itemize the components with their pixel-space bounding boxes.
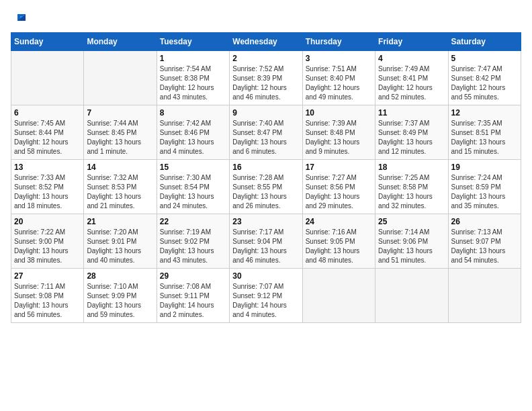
day-info: Sunrise: 7:49 AM Sunset: 8:41 PM Dayligh… (378, 64, 445, 102)
day-info: Sunrise: 7:52 AM Sunset: 8:39 PM Dayligh… (232, 64, 299, 102)
calendar-cell: 12Sunrise: 7:35 AM Sunset: 8:51 PM Dayli… (448, 105, 521, 160)
day-number: 2 (232, 54, 299, 63)
logo-icon (11, 11, 27, 27)
day-info: Sunrise: 7:17 AM Sunset: 9:04 PM Dayligh… (232, 228, 299, 265)
day-number: 30 (232, 271, 299, 281)
calendar-cell: 30Sunrise: 7:07 AM Sunset: 9:12 PM Dayli… (230, 269, 302, 323)
day-info: Sunrise: 7:11 AM Sunset: 9:08 PM Dayligh… (14, 282, 81, 320)
day-info: Sunrise: 7:39 AM Sunset: 8:48 PM Dayligh… (306, 119, 372, 156)
day-number: 14 (87, 163, 153, 172)
calendar-table: SundayMondayTuesdayWednesdayThursdayFrid… (11, 32, 521, 323)
calendar-cell: 26Sunrise: 7:13 AM Sunset: 9:07 PM Dayli… (448, 214, 521, 269)
day-info: Sunrise: 7:27 AM Sunset: 8:56 PM Dayligh… (306, 173, 372, 211)
calendar-cell: 24Sunrise: 7:16 AM Sunset: 9:05 PM Dayli… (302, 214, 375, 269)
weekday-header-thursday: Thursday (302, 33, 375, 51)
calendar-cell: 4Sunrise: 7:49 AM Sunset: 8:41 PM Daylig… (375, 51, 448, 105)
calendar-cell: 17Sunrise: 7:27 AM Sunset: 8:56 PM Dayli… (302, 160, 375, 214)
calendar-cell: 22Sunrise: 7:19 AM Sunset: 9:02 PM Dayli… (157, 214, 229, 269)
calendar-cell: 20Sunrise: 7:22 AM Sunset: 9:00 PM Dayli… (11, 214, 84, 269)
calendar-cell (375, 269, 448, 323)
day-info: Sunrise: 7:42 AM Sunset: 8:46 PM Dayligh… (160, 119, 226, 156)
day-number: 20 (14, 217, 81, 226)
day-number: 23 (232, 217, 299, 226)
weekday-header-wednesday: Wednesday (230, 33, 302, 51)
calendar-cell: 3Sunrise: 7:51 AM Sunset: 8:40 PM Daylig… (302, 51, 375, 105)
day-number: 19 (451, 163, 518, 172)
weekday-header-monday: Monday (84, 33, 157, 51)
calendar-cell: 19Sunrise: 7:24 AM Sunset: 8:59 PM Dayli… (448, 160, 521, 214)
weekday-header-tuesday: Tuesday (157, 33, 229, 51)
day-info: Sunrise: 7:35 AM Sunset: 8:51 PM Dayligh… (451, 119, 518, 156)
calendar-cell: 2Sunrise: 7:52 AM Sunset: 8:39 PM Daylig… (230, 51, 302, 105)
day-info: Sunrise: 7:32 AM Sunset: 8:53 PM Dayligh… (87, 173, 153, 211)
day-info: Sunrise: 7:45 AM Sunset: 8:44 PM Dayligh… (14, 119, 81, 156)
day-number: 7 (87, 108, 153, 118)
calendar-cell: 23Sunrise: 7:17 AM Sunset: 9:04 PM Dayli… (230, 214, 302, 269)
day-info: Sunrise: 7:33 AM Sunset: 8:52 PM Dayligh… (14, 173, 81, 211)
calendar-cell: 15Sunrise: 7:30 AM Sunset: 8:54 PM Dayli… (157, 160, 229, 214)
logo (11, 11, 27, 24)
day-info: Sunrise: 7:28 AM Sunset: 8:55 PM Dayligh… (232, 173, 299, 211)
day-info: Sunrise: 7:13 AM Sunset: 9:07 PM Dayligh… (451, 228, 518, 265)
day-info: Sunrise: 7:24 AM Sunset: 8:59 PM Dayligh… (451, 173, 518, 211)
calendar-cell: 10Sunrise: 7:39 AM Sunset: 8:48 PM Dayli… (302, 105, 375, 160)
day-number: 8 (160, 108, 226, 118)
calendar-cell: 28Sunrise: 7:10 AM Sunset: 9:09 PM Dayli… (84, 269, 157, 323)
day-number: 17 (306, 163, 372, 172)
day-number: 24 (306, 217, 372, 226)
day-number: 22 (160, 217, 226, 226)
day-number: 12 (451, 108, 518, 118)
calendar-cell (84, 51, 157, 105)
day-info: Sunrise: 7:10 AM Sunset: 9:09 PM Dayligh… (87, 282, 153, 320)
day-info: Sunrise: 7:20 AM Sunset: 9:01 PM Dayligh… (87, 228, 153, 265)
calendar-cell: 9Sunrise: 7:40 AM Sunset: 8:47 PM Daylig… (230, 105, 302, 160)
day-info: Sunrise: 7:22 AM Sunset: 9:00 PM Dayligh… (14, 228, 81, 265)
page-header (11, 11, 521, 24)
calendar-cell: 8Sunrise: 7:42 AM Sunset: 8:46 PM Daylig… (157, 105, 229, 160)
calendar-cell (302, 269, 375, 323)
day-info: Sunrise: 7:16 AM Sunset: 9:05 PM Dayligh… (306, 228, 372, 265)
calendar-cell: 11Sunrise: 7:37 AM Sunset: 8:49 PM Dayli… (375, 105, 448, 160)
calendar-cell (11, 51, 84, 105)
day-number: 6 (14, 108, 81, 118)
day-number: 16 (232, 163, 299, 172)
day-number: 27 (14, 271, 81, 281)
day-info: Sunrise: 7:19 AM Sunset: 9:02 PM Dayligh… (160, 228, 226, 265)
calendar-cell: 7Sunrise: 7:44 AM Sunset: 8:45 PM Daylig… (84, 105, 157, 160)
day-number: 28 (87, 271, 153, 281)
day-info: Sunrise: 7:44 AM Sunset: 8:45 PM Dayligh… (87, 119, 153, 156)
day-info: Sunrise: 7:40 AM Sunset: 8:47 PM Dayligh… (232, 119, 299, 156)
day-number: 9 (232, 108, 299, 118)
day-number: 15 (160, 163, 226, 172)
day-info: Sunrise: 7:51 AM Sunset: 8:40 PM Dayligh… (306, 64, 372, 102)
day-info: Sunrise: 7:30 AM Sunset: 8:54 PM Dayligh… (160, 173, 226, 211)
day-info: Sunrise: 7:08 AM Sunset: 9:11 PM Dayligh… (160, 282, 226, 320)
day-number: 10 (306, 108, 372, 118)
day-info: Sunrise: 7:54 AM Sunset: 8:38 PM Dayligh… (160, 64, 226, 102)
calendar-cell: 5Sunrise: 7:47 AM Sunset: 8:42 PM Daylig… (448, 51, 521, 105)
day-number: 5 (451, 54, 518, 63)
calendar-cell: 16Sunrise: 7:28 AM Sunset: 8:55 PM Dayli… (230, 160, 302, 214)
weekday-header-saturday: Saturday (448, 33, 521, 51)
calendar-cell: 29Sunrise: 7:08 AM Sunset: 9:11 PM Dayli… (157, 269, 229, 323)
day-number: 29 (160, 271, 226, 281)
day-number: 18 (378, 163, 445, 172)
day-info: Sunrise: 7:25 AM Sunset: 8:58 PM Dayligh… (378, 173, 445, 211)
day-info: Sunrise: 7:37 AM Sunset: 8:49 PM Dayligh… (378, 119, 445, 156)
day-info: Sunrise: 7:14 AM Sunset: 9:06 PM Dayligh… (378, 228, 445, 265)
calendar-cell: 25Sunrise: 7:14 AM Sunset: 9:06 PM Dayli… (375, 214, 448, 269)
calendar-cell: 27Sunrise: 7:11 AM Sunset: 9:08 PM Dayli… (11, 269, 84, 323)
day-number: 11 (378, 108, 445, 118)
weekday-header-friday: Friday (375, 33, 448, 51)
day-number: 1 (160, 54, 226, 63)
day-number: 4 (378, 54, 445, 63)
weekday-header-sunday: Sunday (11, 33, 84, 51)
calendar-cell (448, 269, 521, 323)
day-number: 26 (451, 217, 518, 226)
calendar-cell: 14Sunrise: 7:32 AM Sunset: 8:53 PM Dayli… (84, 160, 157, 214)
day-info: Sunrise: 7:47 AM Sunset: 8:42 PM Dayligh… (451, 64, 518, 102)
calendar-cell: 1Sunrise: 7:54 AM Sunset: 8:38 PM Daylig… (157, 51, 229, 105)
day-number: 3 (306, 54, 372, 63)
calendar-cell: 18Sunrise: 7:25 AM Sunset: 8:58 PM Dayli… (375, 160, 448, 214)
day-number: 13 (14, 163, 81, 172)
